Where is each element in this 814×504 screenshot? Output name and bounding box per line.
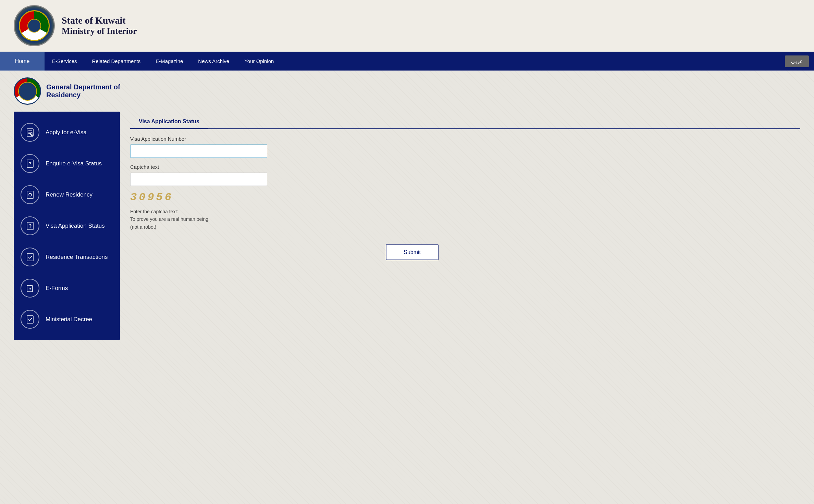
renew-residency-label: Renew Residency bbox=[46, 191, 92, 198]
svg-rect-9 bbox=[27, 191, 33, 199]
ministerial-decree-icon bbox=[21, 310, 39, 329]
renew-residency-icon bbox=[21, 185, 39, 204]
navigation-bar: Home E-Services Related Departments E-Ma… bbox=[0, 52, 814, 71]
eforms-label: E-Forms bbox=[46, 285, 68, 292]
apply-evisa-icon bbox=[21, 123, 39, 142]
svg-rect-0 bbox=[27, 129, 33, 136]
sidebar-item-eforms[interactable]: e-Form E-Forms bbox=[14, 273, 120, 304]
svg-text:?: ? bbox=[28, 161, 32, 166]
nav-item-related-departments[interactable]: Related Departments bbox=[85, 52, 148, 71]
captcha-label: Captcha text bbox=[130, 164, 800, 170]
svg-point-10 bbox=[29, 193, 32, 196]
visa-number-input[interactable] bbox=[130, 144, 267, 158]
visa-status-label: Visa Application Status bbox=[46, 223, 105, 229]
residence-transactions-icon bbox=[21, 248, 39, 266]
ministerial-decree-label: Ministerial Decree bbox=[46, 316, 92, 323]
visa-status-icon: ? bbox=[21, 216, 39, 235]
header-title: State of Kuwait Ministry of Interior bbox=[62, 15, 137, 36]
sidebar: Apply for e-Visa ? Enquire e-Visa Status bbox=[14, 112, 120, 340]
header-title-line1: State of Kuwait bbox=[62, 15, 137, 26]
residence-transactions-label: Residence Transactions bbox=[46, 254, 108, 261]
header-title-line2: Ministry of Interior bbox=[62, 26, 137, 36]
department-header: General Department of Residency bbox=[14, 77, 800, 105]
captcha-input[interactable] bbox=[130, 173, 267, 186]
enquire-evisa-label: Enquire e-Visa Status bbox=[46, 160, 102, 167]
svg-rect-13 bbox=[27, 253, 33, 261]
sidebar-item-residence-transactions[interactable]: Residence Transactions bbox=[14, 241, 120, 273]
svg-rect-17 bbox=[27, 316, 33, 323]
submit-button[interactable]: Submit bbox=[386, 244, 439, 260]
dept-title-line2: Residency bbox=[46, 91, 120, 99]
sidebar-item-renew-residency[interactable]: Renew Residency bbox=[14, 179, 120, 210]
sidebar-item-visa-status[interactable]: ? Visa Application Status bbox=[14, 210, 120, 241]
nav-item-eservices[interactable]: E-Services bbox=[45, 52, 85, 71]
captcha-hint: Enter the captcha text: To prove you are… bbox=[130, 208, 800, 231]
content-area: General Department of Residency bbox=[0, 71, 814, 347]
captcha-image: 30956 bbox=[130, 191, 800, 204]
sidebar-item-ministerial-decree[interactable]: Ministerial Decree bbox=[14, 304, 120, 335]
visa-number-label: Visa Application Number bbox=[130, 136, 800, 142]
ministry-logo bbox=[14, 5, 55, 46]
page-header: State of Kuwait Ministry of Interior bbox=[0, 0, 814, 52]
form-area: Visa Application Status Visa Application… bbox=[130, 112, 800, 264]
enquire-evisa-icon: ? bbox=[21, 154, 39, 173]
main-layout: Apply for e-Visa ? Enquire e-Visa Status bbox=[14, 112, 800, 340]
svg-text:?: ? bbox=[28, 223, 32, 229]
dept-title-line1: General Department of bbox=[46, 83, 120, 91]
sidebar-item-enquire-evisa[interactable]: ? Enquire e-Visa Status bbox=[14, 148, 120, 179]
form-tabs: Visa Application Status bbox=[130, 115, 800, 129]
svg-text:e-Form: e-Form bbox=[27, 285, 32, 287]
sidebar-item-apply-evisa[interactable]: Apply for e-Visa bbox=[14, 117, 120, 148]
department-logo bbox=[14, 77, 41, 105]
nav-home[interactable]: Home bbox=[0, 52, 45, 71]
eforms-icon: e-Form bbox=[21, 279, 39, 298]
nav-items: E-Services Related Departments E-Magazin… bbox=[45, 52, 785, 71]
nav-arabic-button[interactable]: عربي bbox=[785, 55, 809, 67]
nav-item-your-opinion[interactable]: Your Opinion bbox=[237, 52, 281, 71]
nav-item-news-archive[interactable]: News Archive bbox=[190, 52, 237, 71]
apply-evisa-label: Apply for e-Visa bbox=[46, 129, 87, 136]
submit-area: Submit bbox=[130, 244, 439, 260]
department-title: General Department of Residency bbox=[46, 83, 120, 99]
nav-item-emagazine[interactable]: E-Magazine bbox=[148, 52, 190, 71]
tab-visa-status[interactable]: Visa Application Status bbox=[130, 115, 208, 129]
